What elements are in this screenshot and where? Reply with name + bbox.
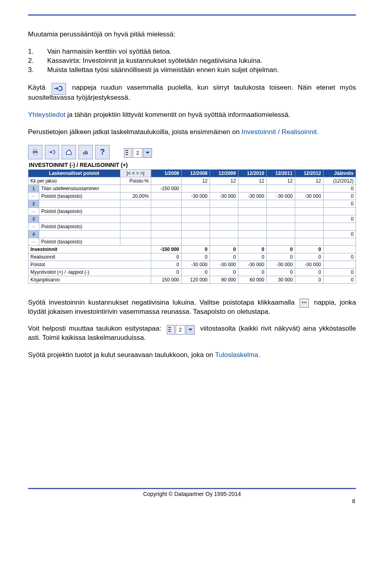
- outline-level-icon: [167, 325, 175, 335]
- pointer-nav-icon[interactable]: [45, 145, 59, 159]
- row-options-button[interactable]: ···: [28, 192, 39, 200]
- ol-item-3: Muista tallettaa työsi säännöllisesti ja…: [47, 66, 279, 75]
- svg-rect-1: [34, 149, 37, 151]
- svg-rect-2: [34, 153, 37, 155]
- level-value: 2: [133, 148, 142, 158]
- paragraph-level: Voit helposti muuttaa taulukon esitystap…: [28, 324, 356, 343]
- svg-rect-4: [85, 151, 86, 155]
- row-options-button[interactable]: ···: [28, 223, 39, 230]
- tuloslaskelma-link: Tuloslaskelma.: [215, 351, 260, 359]
- help-icon[interactable]: ?: [95, 145, 110, 159]
- row-options-button[interactable]: ···: [28, 238, 39, 245]
- paragraph-investoinnit: Perustietojen jälkeen jatkat laskelmatau…: [28, 128, 356, 137]
- investoinnit-table: Laskennalliset poistot |< < > >| 1/2008 …: [28, 169, 356, 284]
- nav-buttons[interactable]: |< < > >|: [120, 169, 151, 177]
- page-number: 8: [28, 498, 356, 504]
- ordered-list: 1.Vain harmaisiin kenttiin voi syöttää t…: [28, 47, 356, 75]
- row-options-button[interactable]: ···: [28, 207, 39, 215]
- paragraph-nav-hint: Käytä nappeja ruudun vasemmalla puolella…: [28, 83, 356, 102]
- chart-icon[interactable]: [78, 145, 93, 159]
- yhteystiedot-link: Yhteystiedot: [28, 111, 66, 118]
- ol-num-3: 3.: [28, 66, 47, 75]
- table-title: INVESTOINNIT (-) / REALISOINNIT (+): [29, 162, 356, 168]
- level-selector[interactable]: 2: [124, 145, 152, 161]
- print-icon[interactable]: [28, 145, 42, 159]
- toolbar: ? 2: [28, 145, 356, 159]
- footer-copyright: Copyright © Datapartner Oy 1995-2014: [28, 491, 356, 497]
- svg-rect-3: [83, 152, 84, 155]
- top-rule: [28, 14, 356, 16]
- ol-num-1: 1.: [28, 47, 47, 56]
- ol-item-1: Vain harmaisiin kenttiin voi syöttää tie…: [47, 47, 172, 56]
- paragraph-contacts: Yhteystiedot ja tähän projektiin liittyv…: [28, 110, 356, 120]
- outline-level-icon: [124, 148, 132, 158]
- intro: Muutamia perussääntöjä on hyvä pitää mie…: [28, 30, 356, 39]
- home-icon[interactable]: [62, 145, 76, 159]
- bottom-rule: [28, 488, 356, 489]
- investoinnit-link: Investoinnit / Realisoinnit.: [242, 128, 319, 136]
- pointer-icon: [52, 83, 66, 95]
- level-selector-inline: 2: [167, 325, 195, 335]
- ol-item-2: Kassavirta: Investoinnit ja kustannukset…: [47, 56, 262, 66]
- paragraph-negative-costs: Syötä investoinnin kustannukset negatiiv…: [28, 298, 356, 317]
- investoinnit-table-screenshot: ? 2 INVESTOINNIT (-) / REALISOINNIT (+) …: [28, 145, 356, 284]
- chevron-down-icon[interactable]: [143, 148, 152, 158]
- col-laskennalliset: Laskennalliset poistot: [28, 169, 120, 177]
- chevron-down-icon: [186, 325, 195, 335]
- row-options-icon: [300, 299, 309, 308]
- svg-rect-5: [86, 151, 88, 155]
- paragraph-tuloslaskelma: Syötä projektin tuotot ja kulut seuraava…: [28, 351, 356, 360]
- ol-num-2: 2.: [28, 56, 47, 66]
